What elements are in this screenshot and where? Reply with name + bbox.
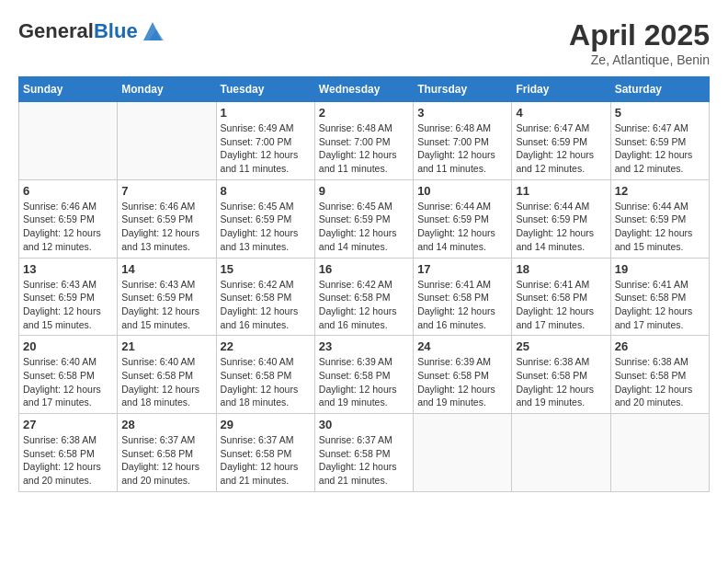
day-info: Sunrise: 6:43 AM Sunset: 6:59 PM Dayligh… — [23, 278, 113, 332]
calendar-cell: 28Sunrise: 6:37 AM Sunset: 6:58 PM Dayli… — [118, 414, 216, 492]
day-info: Sunrise: 6:41 AM Sunset: 6:58 PM Dayligh… — [615, 278, 705, 332]
day-number: 27 — [23, 418, 113, 431]
calendar-cell: 21Sunrise: 6:40 AM Sunset: 6:58 PM Dayli… — [118, 336, 216, 414]
day-info: Sunrise: 6:48 AM Sunset: 7:00 PM Dayligh… — [417, 121, 507, 176]
day-info: Sunrise: 6:38 AM Sunset: 6:58 PM Dayligh… — [23, 433, 113, 488]
day-info: Sunrise: 6:40 AM Sunset: 6:58 PM Dayligh… — [121, 355, 211, 409]
day-header-saturday: Saturday — [610, 77, 709, 102]
day-number: 4 — [516, 106, 606, 120]
day-info: Sunrise: 6:43 AM Sunset: 6:59 PM Dayligh… — [121, 278, 211, 332]
day-info: Sunrise: 6:37 AM Sunset: 6:58 PM Dayligh… — [221, 433, 311, 488]
day-info: Sunrise: 6:40 AM Sunset: 6:58 PM Dayligh… — [23, 355, 113, 409]
day-info: Sunrise: 6:42 AM Sunset: 6:58 PM Dayligh… — [221, 278, 311, 332]
day-number: 14 — [121, 262, 211, 276]
calendar-week-1: 1Sunrise: 6:49 AM Sunset: 7:00 PM Daylig… — [19, 102, 710, 180]
calendar-cell: 9Sunrise: 6:45 AM Sunset: 6:59 PM Daylig… — [314, 179, 413, 258]
calendar-table: SundayMondayTuesdayWednesdayThursdayFrid… — [18, 76, 710, 492]
day-number: 3 — [417, 106, 507, 120]
day-number: 26 — [615, 339, 705, 353]
calendar-cell: 22Sunrise: 6:40 AM Sunset: 6:58 PM Dayli… — [216, 336, 314, 414]
calendar-cell: 17Sunrise: 6:41 AM Sunset: 6:58 PM Dayli… — [414, 258, 512, 336]
day-info: Sunrise: 6:49 AM Sunset: 7:00 PM Dayligh… — [221, 121, 311, 176]
logo-icon — [140, 18, 165, 44]
day-number: 5 — [615, 106, 705, 120]
calendar-cell: 23Sunrise: 6:39 AM Sunset: 6:58 PM Dayli… — [314, 336, 413, 414]
calendar-cell: 2Sunrise: 6:48 AM Sunset: 7:00 PM Daylig… — [314, 102, 413, 180]
logo: GeneralBlue — [18, 18, 165, 44]
calendar-cell: 30Sunrise: 6:37 AM Sunset: 6:58 PM Dayli… — [314, 414, 413, 492]
calendar-cell: 25Sunrise: 6:38 AM Sunset: 6:58 PM Dayli… — [512, 336, 610, 414]
day-number: 23 — [319, 339, 409, 353]
day-info: Sunrise: 6:46 AM Sunset: 6:59 PM Dayligh… — [23, 200, 113, 254]
calendar-cell: 5Sunrise: 6:47 AM Sunset: 6:59 PM Daylig… — [610, 102, 709, 180]
day-number: 15 — [221, 262, 311, 276]
day-number: 19 — [615, 262, 705, 276]
day-header-sunday: Sunday — [19, 77, 118, 102]
day-info: Sunrise: 6:45 AM Sunset: 6:59 PM Dayligh… — [319, 200, 409, 254]
day-info: Sunrise: 6:44 AM Sunset: 6:59 PM Dayligh… — [417, 200, 507, 254]
day-number: 2 — [319, 106, 409, 120]
day-number: 22 — [221, 339, 311, 353]
calendar-cell: 29Sunrise: 6:37 AM Sunset: 6:58 PM Dayli… — [216, 414, 314, 492]
day-number: 13 — [23, 262, 113, 276]
location-subtitle: Ze, Atlantique, Benin — [569, 52, 710, 67]
day-number: 25 — [516, 339, 606, 353]
calendar-week-2: 6Sunrise: 6:46 AM Sunset: 6:59 PM Daylig… — [19, 179, 710, 258]
calendar-cell: 15Sunrise: 6:42 AM Sunset: 6:58 PM Dayli… — [216, 258, 314, 336]
calendar-week-3: 13Sunrise: 6:43 AM Sunset: 6:59 PM Dayli… — [19, 258, 710, 336]
day-info: Sunrise: 6:40 AM Sunset: 6:58 PM Dayligh… — [221, 355, 311, 409]
day-number: 28 — [121, 418, 211, 431]
month-title: April 2025 — [569, 18, 710, 52]
day-info: Sunrise: 6:41 AM Sunset: 6:58 PM Dayligh… — [417, 278, 507, 332]
day-info: Sunrise: 6:46 AM Sunset: 6:59 PM Dayligh… — [121, 200, 211, 254]
day-info: Sunrise: 6:48 AM Sunset: 7:00 PM Dayligh… — [319, 121, 409, 176]
day-info: Sunrise: 6:45 AM Sunset: 6:59 PM Dayligh… — [221, 200, 311, 254]
calendar-cell: 7Sunrise: 6:46 AM Sunset: 6:59 PM Daylig… — [118, 179, 216, 258]
calendar-cell: 10Sunrise: 6:44 AM Sunset: 6:59 PM Dayli… — [414, 179, 512, 258]
calendar-cell: 20Sunrise: 6:40 AM Sunset: 6:58 PM Dayli… — [19, 336, 118, 414]
day-info: Sunrise: 6:37 AM Sunset: 6:58 PM Dayligh… — [319, 433, 409, 488]
day-header-wednesday: Wednesday — [314, 77, 413, 102]
day-number: 20 — [23, 339, 113, 353]
day-info: Sunrise: 6:39 AM Sunset: 6:58 PM Dayligh… — [417, 355, 507, 409]
day-header-monday: Monday — [118, 77, 216, 102]
calendar-cell: 11Sunrise: 6:44 AM Sunset: 6:59 PM Dayli… — [512, 179, 610, 258]
calendar-cell: 13Sunrise: 6:43 AM Sunset: 6:59 PM Dayli… — [19, 258, 118, 336]
calendar-week-5: 27Sunrise: 6:38 AM Sunset: 6:58 PM Dayli… — [19, 414, 710, 492]
day-info: Sunrise: 6:38 AM Sunset: 6:58 PM Dayligh… — [516, 355, 606, 409]
calendar-cell — [414, 414, 512, 492]
day-info: Sunrise: 6:47 AM Sunset: 6:59 PM Dayligh… — [516, 121, 606, 176]
page-header: GeneralBlue April 2025 Ze, Atlantique, B… — [18, 18, 710, 67]
day-number: 8 — [221, 184, 311, 198]
calendar-cell: 19Sunrise: 6:41 AM Sunset: 6:58 PM Dayli… — [610, 258, 709, 336]
day-header-tuesday: Tuesday — [216, 77, 314, 102]
calendar-cell: 16Sunrise: 6:42 AM Sunset: 6:58 PM Dayli… — [314, 258, 413, 336]
day-info: Sunrise: 6:37 AM Sunset: 6:58 PM Dayligh… — [121, 433, 211, 488]
day-number: 1 — [221, 106, 311, 120]
day-header-thursday: Thursday — [414, 77, 512, 102]
calendar-cell: 24Sunrise: 6:39 AM Sunset: 6:58 PM Dayli… — [414, 336, 512, 414]
day-number: 9 — [319, 184, 409, 198]
day-info: Sunrise: 6:38 AM Sunset: 6:58 PM Dayligh… — [615, 355, 705, 409]
logo-general-text: General — [18, 19, 94, 42]
title-section: April 2025 Ze, Atlantique, Benin — [569, 18, 710, 67]
calendar-cell: 1Sunrise: 6:49 AM Sunset: 7:00 PM Daylig… — [216, 102, 314, 180]
day-number: 29 — [221, 418, 311, 431]
day-number: 12 — [615, 184, 705, 198]
day-info: Sunrise: 6:44 AM Sunset: 6:59 PM Dayligh… — [615, 200, 705, 254]
calendar-cell: 6Sunrise: 6:46 AM Sunset: 6:59 PM Daylig… — [19, 179, 118, 258]
day-number: 21 — [121, 339, 211, 353]
calendar-cell: 14Sunrise: 6:43 AM Sunset: 6:59 PM Dayli… — [118, 258, 216, 336]
calendar-cell — [19, 102, 118, 180]
day-number: 30 — [319, 418, 409, 431]
day-header-friday: Friday — [512, 77, 610, 102]
day-number: 6 — [23, 184, 113, 198]
calendar-cell — [610, 414, 709, 492]
day-number: 17 — [417, 262, 507, 276]
calendar-cell: 3Sunrise: 6:48 AM Sunset: 7:00 PM Daylig… — [414, 102, 512, 180]
calendar-cell — [118, 102, 216, 180]
day-info: Sunrise: 6:44 AM Sunset: 6:59 PM Dayligh… — [516, 200, 606, 254]
day-number: 10 — [417, 184, 507, 198]
calendar-cell: 8Sunrise: 6:45 AM Sunset: 6:59 PM Daylig… — [216, 179, 314, 258]
day-number: 7 — [121, 184, 211, 198]
